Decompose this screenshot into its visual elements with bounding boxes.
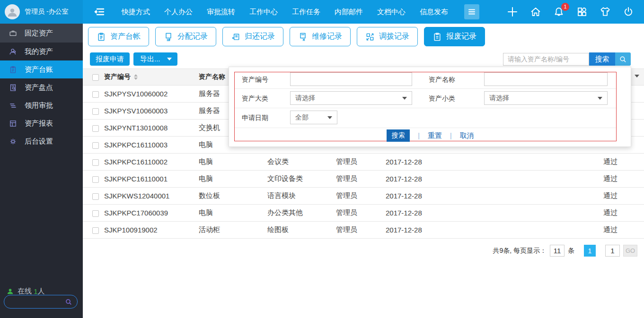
nav-item-approval-flow[interactable]: 审批流转 [207,8,235,17]
topbar-icons: 1 [506,6,635,18]
cell-status: 通过 [603,205,644,222]
quick-search-mag-button[interactable] [615,52,631,66]
nav-item-internal-mail[interactable]: 内部邮件 [335,8,363,17]
tab-scrap-records[interactable]: 报废记录 [424,27,485,46]
category-value: 请选择 [295,94,315,103]
sidebar-item-requisition-approval[interactable]: 领用审批 [0,96,83,114]
sidebar-search-input[interactable] [4,298,65,305]
panel-search-button[interactable]: 搜索 [387,129,410,142]
nav-item-document-center[interactable]: 文档中心 [377,8,406,17]
cell-asset-no: SJKPKPC16110002 [104,154,199,171]
sidebar-item-my-assets[interactable]: 我的资产 [0,43,83,60]
nav-item-work-center[interactable]: 工作中心 [249,8,278,17]
apps-menu-button[interactable] [464,4,479,19]
modules-button[interactable] [576,6,588,18]
row-checkbox[interactable] [92,210,99,217]
subcategory-label: 资产小类 [429,95,455,103]
sidebar-search-icon[interactable] [65,298,72,306]
separator: | [450,132,452,139]
sidebar-item-fixed-assets[interactable]: 固定资产 [0,24,83,43]
cell-date: 2017-12-28 [386,154,603,171]
cell-date: 2017-12-28 [386,222,603,239]
tab-transfer-records[interactable]: 调拨记录 [357,27,418,46]
asset-name-input[interactable] [484,72,608,86]
return-doc-icon [231,32,240,42]
nav-item-shortcuts[interactable]: 快捷方式 [122,8,150,17]
panel-cancel-button[interactable]: 取消 [460,131,474,140]
power-icon [623,6,634,17]
select-all-checkbox[interactable] [92,74,99,81]
chevron-down-icon [167,58,172,60]
category-label: 资产大类 [242,95,268,103]
nav-item-info-publish[interactable]: 信息发布 [420,8,448,17]
row-checkbox[interactable] [92,108,99,115]
row-checkbox[interactable] [92,91,99,98]
apply-date-value: 全部 [295,113,309,122]
row-checkbox[interactable] [92,193,99,200]
sidebar-collapse-icon[interactable] [93,5,106,18]
table-row: SJKP100919002活动柜绘图板管理员2017-12-28通过 [83,222,644,239]
category-select[interactable]: 请选择 [290,91,412,105]
tab-asset-ledger[interactable]: 资产台帐 [88,27,149,46]
tab-repair-records[interactable]: 维修记录 [290,27,351,46]
apply-date-select[interactable]: 全部 [290,111,337,124]
theme-button[interactable] [599,6,611,18]
plus-icon [507,6,518,17]
row-checkbox[interactable] [92,176,99,183]
home-icon [530,6,541,17]
hamburger-icon [468,8,476,16]
row-checkbox[interactable] [92,227,99,234]
tshirt-icon [599,6,611,18]
cell-asset-name: 活动柜 [199,222,267,239]
row-checkbox[interactable] [92,125,99,132]
tab-return-records[interactable]: 归还记录 [222,27,283,46]
chevron-down-icon [598,97,602,100]
asset-no-input[interactable] [290,72,412,86]
row-checkbox[interactable] [92,159,99,166]
quick-search-button[interactable]: 搜索 [589,52,615,66]
nav-item-work-tasks[interactable]: 工作任务 [292,8,320,17]
quick-search-input[interactable] [503,53,589,66]
sidebar-item-label: 资产台账 [25,65,53,74]
tab-allocation-records[interactable]: 分配记录 [155,27,216,46]
cell-category: 办公类其他 [267,205,336,222]
per-page-input[interactable] [550,245,565,257]
cell-date: 2017-12-28 [386,171,603,188]
page-button-1[interactable]: 1 [584,245,596,257]
home-button[interactable] [529,6,542,18]
sidebar-item-asset-reports[interactable]: 资产报表 [0,114,83,132]
repair-doc-icon [298,32,308,42]
nav-item-personal-office[interactable]: 个人办公 [164,8,193,17]
cell-status: 通过 [603,222,644,239]
add-button[interactable] [506,6,519,18]
app-screen: 管理员 -办公室 快捷方式 个人办公 审批流转 工作中心 工作任务 内部邮件 文… [0,0,644,318]
apply-date-label: 申请日期 [242,114,268,122]
sidebar-item-asset-ledger[interactable]: 资产台账 [0,60,83,78]
asset-no-label: 资产编号 [242,76,268,84]
main-nav: 快捷方式 个人办公 审批流转 工作中心 工作任务 内部邮件 文档中心 信息发布 [122,8,448,17]
online-count: 1 [34,287,37,295]
separator: | [418,132,420,139]
sort-icon[interactable] [134,74,138,80]
notifications-button[interactable]: 1 [553,6,565,18]
cell-asset-no: SJKPYSV10060003 [104,103,199,120]
sidebar-item-label: 领用审批 [25,101,53,110]
gear-icon [9,137,17,146]
tab-label: 维修记录 [312,32,342,42]
logout-button[interactable] [622,6,635,18]
sidebar-item-backend-settings[interactable]: 后台设置 [0,132,83,150]
panel-reset-button[interactable]: 重置 [428,131,442,140]
person-icon [9,47,17,56]
tab-label: 报废记录 [446,32,476,42]
goto-page-input[interactable] [605,245,620,257]
user-area[interactable]: 管理员 -办公室 [0,0,83,24]
export-button[interactable]: 导出... [133,52,177,66]
column-config-icon[interactable] [635,75,639,77]
tab-label: 资产台帐 [110,32,141,42]
go-button[interactable]: GO [623,245,637,257]
subcategory-select[interactable]: 请选择 [484,91,608,105]
header-asset-no[interactable]: 资产编号 [104,69,199,86]
row-checkbox[interactable] [92,142,99,149]
sidebar-item-asset-inventory[interactable]: 资产盘点 [0,78,83,96]
scrap-apply-button[interactable]: 报废申请 [90,52,130,66]
